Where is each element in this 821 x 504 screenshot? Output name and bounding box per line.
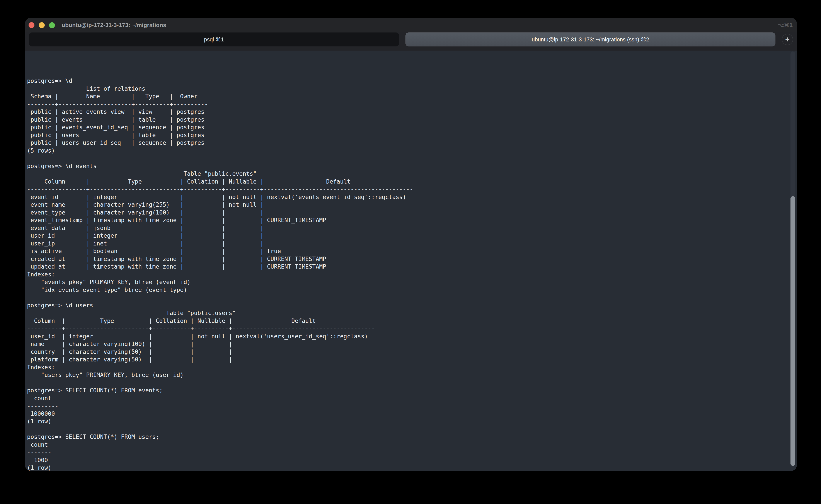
tab-psql[interactable]: psql ⌘1: [29, 32, 399, 46]
terminal-line: Schema | Name | Type | Owner: [27, 92, 788, 100]
terminal-line: event_timestamp | timestamp with time zo…: [27, 216, 788, 224]
terminal-line: [27, 154, 788, 162]
terminal-line: "users_pkey" PRIMARY KEY, btree (user_id…: [27, 371, 788, 379]
terminal-line: event_data | jsonb | | |: [27, 224, 788, 232]
window-shortcut-badge: ⌥⌘1: [778, 18, 793, 32]
terminal-line: postgres=> SELECT COUNT(*) FROM users;: [27, 433, 788, 441]
terminal-line: name | character varying(100) | | |: [27, 340, 788, 348]
terminal-line: 1000000: [27, 410, 788, 418]
terminal-line: Column | Type | Collation | Nullable | D…: [27, 317, 788, 325]
terminal-line: event_id | integer | | not null | nextva…: [27, 193, 788, 201]
terminal-line: (1 row): [27, 464, 788, 471]
terminal-line: user_id | integer | | not null | nextval…: [27, 332, 788, 340]
terminal-line: Table "public.events": [27, 170, 788, 178]
terminal-pane[interactable]: postgres=> \d List of relations Schema |…: [25, 51, 797, 471]
terminal-line: event_type | character varying(100) | | …: [27, 209, 788, 216]
tab-ssh-migrations[interactable]: ubuntu@ip-172-31-3-173: ~/migrations (ss…: [405, 32, 775, 46]
terminal-line: public | active_events_view | view | pos…: [27, 108, 788, 116]
terminal-line: public | events | table | postgres: [27, 116, 788, 124]
terminal-line: user_id | integer | | |: [27, 232, 788, 240]
tab-ssh-migrations-label: ubuntu@ip-172-31-3-173: ~/migrations (ss…: [532, 36, 649, 43]
new-tab-button[interactable]: +: [782, 34, 793, 45]
title-bar[interactable]: ubuntu@ip-172-31-3-173: ~/migrations ⌥⌘1: [25, 18, 797, 32]
terminal-line: ---------: [27, 402, 788, 410]
terminal-line: (5 rows): [27, 147, 788, 155]
window-title: ubuntu@ip-172-31-3-173: ~/migrations: [62, 18, 166, 32]
terminal-line: Indexes:: [27, 271, 788, 278]
terminal-line: created_at | timestamp with time zone | …: [27, 255, 788, 263]
terminal-line: "events_pkey" PRIMARY KEY, btree (event_…: [27, 278, 788, 286]
terminal-line: platform | character varying(50) | | |: [27, 356, 788, 363]
terminal-line: [27, 379, 788, 387]
terminal-line: List of relations: [27, 85, 788, 93]
close-button[interactable]: [29, 22, 34, 28]
terminal-line: public | users | table | postgres: [27, 131, 788, 139]
terminal-line: postgres=> \d users: [27, 301, 788, 309]
terminal-line: postgres=> \d events: [27, 162, 788, 170]
terminal-line: --------+---------------------+---------…: [27, 100, 788, 108]
terminal-line: postgres=> \d: [27, 77, 788, 85]
terminal-window: ubuntu@ip-172-31-3-173: ~/migrations ⌥⌘1…: [25, 18, 797, 471]
terminal-output: postgres=> \d List of relations Schema |…: [27, 61, 788, 471]
terminal-line: -------: [27, 448, 788, 456]
terminal-line: ----------+------------------------+----…: [27, 325, 788, 332]
traffic-lights: [29, 18, 55, 32]
terminal-lines: postgres=> \d List of relations Schema |…: [27, 77, 788, 471]
tab-psql-label: psql ⌘1: [204, 36, 224, 43]
terminal-line: updated_at | timestamp with time zone | …: [27, 263, 788, 271]
terminal-line: [27, 294, 788, 301]
terminal-line: count: [27, 441, 788, 449]
terminal-line: user_ip | inet | | |: [27, 240, 788, 247]
terminal-line: -----------------+----------------------…: [27, 185, 788, 193]
terminal-line: country | character varying(50) | | |: [27, 348, 788, 356]
terminal-line: is_active | boolean | | | true: [27, 247, 788, 255]
terminal-line: Table "public.users": [27, 309, 788, 317]
plus-icon: +: [785, 36, 790, 43]
terminal-line: Column | Type | Collation | Nullable | D…: [27, 178, 788, 186]
minimize-button[interactable]: [39, 22, 45, 28]
terminal-line: public | events_event_id_seq | sequence …: [27, 123, 788, 131]
terminal-line: 1000: [27, 456, 788, 464]
tab-bar: psql ⌘1 ubuntu@ip-172-31-3-173: ~/migrat…: [25, 32, 797, 51]
terminal-line: postgres=> SELECT COUNT(*) FROM events;: [27, 387, 788, 394]
terminal-line: [27, 425, 788, 433]
terminal-line: count: [27, 394, 788, 402]
scrollbar-thumb[interactable]: [790, 196, 795, 466]
zoom-button[interactable]: [49, 22, 55, 28]
terminal-line: (1 row): [27, 417, 788, 425]
terminal-line: event_name | character varying(255) | | …: [27, 201, 788, 209]
terminal-line: Indexes:: [27, 363, 788, 371]
terminal-line: "idx_events_event_type" btree (event_typ…: [27, 286, 788, 294]
terminal-line: public | users_user_id_seq | sequence | …: [27, 139, 788, 147]
desktop-background: ubuntu@ip-172-31-3-173: ~/migrations ⌥⌘1…: [0, 0, 821, 504]
